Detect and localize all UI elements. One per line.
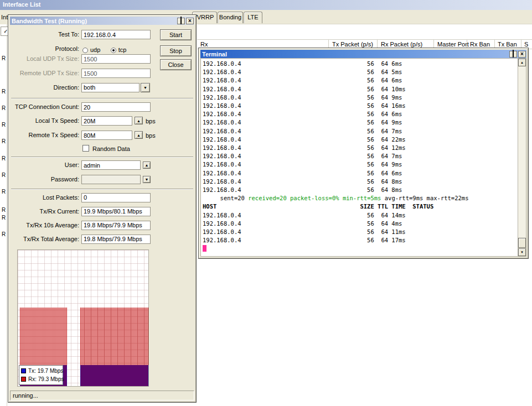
- local-tx-speed-label: Local Tx Speed:: [11, 117, 79, 124]
- column-header-tx-ban[interactable]: Tx Ban: [498, 41, 517, 48]
- tx-rx-current-label: Tx/Rx Current:: [11, 208, 79, 215]
- close-dialog-button[interactable]: Close: [160, 59, 192, 70]
- user-label: User:: [11, 162, 79, 168]
- bandwidth-test-window: Bandwidth Test (Running) × Test To: Star…: [8, 14, 197, 403]
- local-udp-tx-size-input[interactable]: [81, 54, 151, 64]
- tab-content-border: [197, 24, 532, 24]
- interface-list-titlebar[interactable]: Interface List: [0, 0, 532, 10]
- column-header-rx[interactable]: Rx: [200, 41, 208, 48]
- tcp-connection-count-label: TCP Connection Count:: [11, 103, 79, 110]
- local-tx-speed-input[interactable]: [81, 116, 132, 126]
- chevron-down-icon: ▼: [520, 251, 524, 254]
- chevron-down-icon: ▼: [145, 178, 149, 181]
- column-header-rx-ban[interactable]: Rx Ban: [470, 41, 490, 48]
- restore-icon: [513, 50, 514, 58]
- chevron-up-icon: ▲: [520, 61, 524, 64]
- column-header-rx-packet--p-s-[interactable]: Rx Packet (p/s): [381, 41, 422, 48]
- column-header-tx-packet--p-s-[interactable]: Tx Packet (p/s): [332, 41, 373, 48]
- legend-row: Tx: 19.7 Mbps: [21, 367, 61, 375]
- tx-rx-total-average-label: Tx/Rx Total Average:: [11, 236, 79, 242]
- start-button[interactable]: Start: [160, 29, 192, 40]
- scrollbar-thumb[interactable]: [518, 238, 526, 248]
- tx-rx-current-value: 19.9 Mbps/80.1 Mbps: [81, 207, 151, 216]
- test-to-input[interactable]: [81, 30, 151, 39]
- radio-udp-label: udp: [90, 46, 100, 53]
- scroll-down-button[interactable]: ▼: [518, 248, 526, 256]
- terminal-titlebar[interactable]: Terminal ×: [200, 50, 526, 58]
- tx-rx-10s-average-label: Tx/Rx 10s Average:: [11, 222, 79, 228]
- restore-button[interactable]: [177, 18, 185, 24]
- radio-tcp-label: tcp: [118, 46, 127, 53]
- column-header-s[interactable]: S: [524, 41, 528, 48]
- direction-dropdown-button[interactable]: ▼: [141, 83, 150, 92]
- local-tx-speed-spinner[interactable]: ▲: [135, 117, 143, 124]
- separator: [11, 157, 193, 158]
- legend-swatch: [21, 368, 26, 373]
- password-label: Password:: [11, 176, 79, 183]
- user-expand-button[interactable]: ▲: [143, 162, 151, 169]
- radio-tcp[interactable]: [111, 48, 116, 53]
- restore-icon: [180, 17, 182, 24]
- protocol-label: Protocol:: [11, 45, 79, 52]
- row-flag[interactable]: R: [2, 207, 6, 213]
- lost-packets-value: 0: [81, 193, 151, 202]
- password-input[interactable]: [81, 175, 141, 184]
- user-input[interactable]: [81, 160, 141, 170]
- tab-lte[interactable]: LTE: [244, 12, 262, 23]
- chevron-down-icon: ▼: [143, 86, 147, 90]
- interface-list-title: Interface List: [3, 1, 40, 8]
- random-data-checkbox[interactable]: [82, 145, 89, 152]
- local-udp-tx-size-label: Local UDP Tx Size:: [11, 55, 79, 62]
- bandwidth-test-titlebar[interactable]: Bandwidth Test (Running) ×: [10, 17, 194, 25]
- row-flag[interactable]: R: [2, 189, 6, 195]
- row-flag[interactable]: R: [2, 89, 6, 95]
- test-to-label: Test To:: [11, 31, 79, 38]
- separator: [11, 98, 193, 99]
- tcp-connection-count-input[interactable]: [81, 102, 151, 112]
- terminal-window: Terminal × 192.168.0.4 56 64 6ms 192.168…: [198, 48, 529, 259]
- row-flag[interactable]: R: [2, 215, 6, 221]
- legend-label: Tx: 19.7 Mbps: [28, 368, 63, 374]
- close-button[interactable]: ×: [518, 51, 526, 58]
- row-flag[interactable]: R: [2, 105, 6, 111]
- row-flag[interactable]: R: [2, 155, 6, 162]
- legend-swatch: [21, 377, 26, 382]
- radio-udp[interactable]: [82, 48, 88, 53]
- tab-bonding[interactable]: Bonding: [218, 12, 243, 23]
- remote-tx-speed-unit: bps: [146, 132, 156, 139]
- tx-throughput-band: [80, 365, 148, 386]
- restore-button[interactable]: [509, 51, 517, 58]
- tx-rx-10s-average-value: 19.8 Mbps/79.9 Mbps: [81, 221, 151, 230]
- remote-udp-tx-size-input[interactable]: [81, 69, 151, 78]
- password-expand-button[interactable]: ▼: [143, 176, 151, 183]
- status-bar: running...: [10, 391, 194, 400]
- terminal-cursor: [203, 245, 206, 252]
- terminal-scrollbar[interactable]: ▲ ▼: [518, 58, 526, 257]
- rx-throughput-band: [80, 308, 148, 386]
- chart-legend: Tx: 19.7 MbpsRx: 79.3 Mbps: [19, 365, 63, 385]
- protocol-radio-group: udp tcp: [82, 44, 135, 54]
- terminal-output[interactable]: 192.168.0.4 56 64 6ms 192.168.0.4 56 64 …: [200, 58, 518, 257]
- separator: [11, 189, 193, 190]
- remote-tx-speed-input[interactable]: [81, 131, 132, 140]
- flags-column-border: [7, 24, 7, 406]
- direction-select[interactable]: both: [81, 83, 140, 92]
- stop-button[interactable]: Stop: [160, 45, 192, 56]
- column-header-master-port[interactable]: Master Port: [437, 41, 469, 48]
- row-flag[interactable]: R: [2, 138, 6, 144]
- tx-rx-total-average-value: 19.8 Mbps/79.9 Mbps: [81, 235, 151, 244]
- header-top-border: [197, 39, 532, 40]
- close-button[interactable]: ×: [186, 18, 194, 24]
- terminal-text: 192.168.0.4 56 64 6ms 192.168.0.4 56 64 …: [201, 59, 518, 253]
- interface-list-corner-label: Int: [1, 14, 8, 20]
- remote-tx-speed-spinner[interactable]: ▲: [135, 131, 143, 139]
- row-flag[interactable]: R: [2, 172, 6, 178]
- scroll-up-button[interactable]: ▲: [518, 59, 526, 66]
- row-flag[interactable]: R: [2, 231, 6, 237]
- random-data-label: Random Data: [92, 145, 130, 152]
- legend-label: Rx: 79.3 Mbps: [28, 376, 64, 382]
- terminal-title: Terminal: [202, 51, 508, 58]
- legend-row: Rx: 79.3 Mbps: [21, 375, 61, 383]
- row-flag[interactable]: R: [2, 122, 6, 128]
- row-flag[interactable]: R: [2, 55, 6, 61]
